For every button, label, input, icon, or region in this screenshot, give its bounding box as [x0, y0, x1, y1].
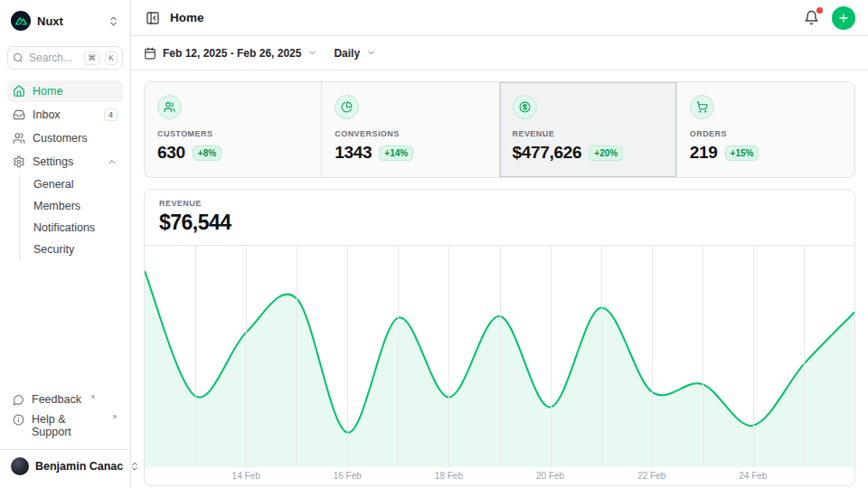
chart-gridline — [551, 246, 552, 467]
sidebar-item-general[interactable]: General — [30, 174, 123, 194]
avatar — [11, 457, 29, 475]
settings-subnav: General Members Notifications Security — [19, 174, 123, 259]
chart-gridline — [398, 246, 399, 467]
arrow-up-right-icon — [90, 394, 96, 400]
sidebar-subitem-label: Notifications — [33, 221, 95, 234]
sidebar-item-label: Home — [33, 85, 62, 98]
nuxt-logo-icon — [11, 11, 31, 31]
chevron-down-icon — [307, 48, 317, 58]
calendar-icon — [144, 47, 156, 60]
sidebar-item-inbox[interactable]: Inbox 4 — [7, 104, 123, 126]
main-panel: Home Feb 12, 2 — [131, 0, 868, 488]
stat-value: 219 — [690, 143, 718, 163]
help-support-link[interactable]: Help & Support — [7, 409, 123, 442]
stat-card-conversions[interactable]: CONVERSIONS 1343 +14% — [322, 82, 499, 177]
sidebar: Nuxt Search... ⌘ K Home — [0, 0, 131, 488]
interval-label: Daily — [334, 47, 360, 60]
sidebar-item-settings[interactable]: Settings — [7, 151, 123, 173]
chevrons-up-down-icon — [108, 15, 119, 27]
search-input[interactable]: Search... ⌘ K — [7, 46, 123, 70]
user-menu[interactable]: Benjamin Canac — [0, 449, 130, 484]
cart-icon — [690, 95, 714, 119]
chat-bubble-icon — [13, 394, 24, 406]
workspace-selector[interactable]: Nuxt — [7, 9, 123, 33]
chart-gridline — [448, 246, 449, 467]
sidebar-item-customers[interactable]: Customers — [7, 127, 123, 149]
x-axis-tick-label: 24 Feb — [739, 471, 767, 481]
chart-gridline — [652, 246, 653, 467]
sidebar-subitem-label: General — [33, 178, 73, 191]
sidebar-item-label: Customers — [33, 132, 87, 145]
chart-gridline — [601, 246, 602, 467]
collapse-sidebar-button[interactable] — [144, 9, 162, 27]
user-name: Benjamin Canac — [35, 460, 123, 473]
feedback-link[interactable]: Feedback — [7, 389, 123, 409]
chart-gridline — [297, 246, 297, 467]
panel-left-close-icon — [146, 11, 160, 25]
sidebar-item-notifications[interactable]: Notifications — [30, 218, 123, 238]
stat-value: $477,626 — [513, 143, 582, 163]
date-range-picker[interactable]: Feb 12, 2025 - Feb 26, 2025 — [144, 47, 317, 60]
home-icon — [13, 85, 25, 98]
search-placeholder: Search... — [29, 52, 79, 64]
stat-delta-badge: +14% — [379, 145, 413, 161]
sidebar-item-members[interactable]: Members — [30, 196, 123, 216]
chart-gridline — [195, 246, 196, 467]
notifications-button[interactable] — [802, 8, 821, 27]
sidebar-nav: Home Inbox 4 Customers Settings — [7, 80, 123, 261]
x-axis-tick-label: 18 Feb — [435, 471, 463, 481]
stat-value: 630 — [157, 143, 185, 163]
stat-card-orders[interactable]: ORDERS 219 +15% — [677, 82, 854, 177]
x-axis-tick-label: 22 Feb — [637, 471, 665, 481]
feedback-label: Feedback — [32, 393, 81, 406]
gear-icon — [13, 155, 25, 168]
add-button[interactable] — [832, 6, 855, 30]
chart-gridline — [804, 246, 805, 467]
info-circle-icon — [13, 414, 24, 426]
chart-gridline — [246, 246, 247, 467]
workspace-name: Nuxt — [37, 14, 101, 28]
filters-toolbar: Feb 12, 2025 - Feb 26, 2025 Daily — [131, 36, 868, 70]
kbd-meta: ⌘ — [84, 52, 99, 65]
stat-delta-badge: +20% — [589, 145, 623, 161]
users-icon — [157, 95, 182, 119]
sidebar-item-home[interactable]: Home — [7, 80, 123, 102]
stat-card-revenue[interactable]: REVENUE $477,626 +20% — [500, 82, 677, 177]
inbox-icon — [13, 108, 25, 121]
chart-gridline — [703, 246, 703, 467]
x-axis-tick-label: 16 Feb — [334, 471, 362, 481]
x-axis-tick-label: 20 Feb — [536, 471, 564, 481]
chart-gridline — [347, 246, 348, 467]
chart-header: REVENUE $76,544 — [145, 190, 854, 246]
date-range-label: Feb 12, 2025 - Feb 26, 2025 — [163, 47, 301, 60]
plus-icon — [837, 12, 850, 24]
chart-gridline — [500, 246, 501, 467]
inbox-count-badge: 4 — [104, 108, 118, 121]
stat-label: CONVERSIONS — [335, 129, 486, 138]
revenue-chart-card: REVENUE $76,544 14 Feb16 Feb18 Feb20 Feb… — [144, 189, 855, 486]
sidebar-item-label: Settings — [33, 155, 73, 168]
dashboard-content: CUSTOMERS 630 +8% CONVERSIONS 1343 +14% — [131, 70, 868, 488]
page-title: Home — [170, 11, 204, 24]
sidebar-footer: Feedback Help & Support Benjamin Canac — [7, 389, 123, 488]
interval-select[interactable]: Daily — [334, 47, 376, 60]
notification-dot — [816, 7, 823, 14]
chart-metric-label: REVENUE — [159, 199, 840, 208]
sidebar-item-security[interactable]: Security — [30, 239, 123, 259]
topbar-actions — [802, 6, 855, 30]
stat-label: ORDERS — [690, 129, 842, 138]
chart-metric-value: $76,544 — [159, 211, 840, 235]
stat-delta-badge: +8% — [193, 145, 222, 161]
x-axis-tick-label: 14 Feb — [232, 471, 260, 481]
stat-label: CUSTOMERS — [157, 129, 308, 138]
sidebar-subitem-label: Security — [33, 243, 74, 256]
stat-label: REVENUE — [513, 129, 664, 138]
stat-card-customers[interactable]: CUSTOMERS 630 +8% — [145, 82, 322, 177]
chart-gridline — [753, 246, 754, 467]
help-support-label: Help & Support — [32, 413, 103, 438]
chart-plot-zone: 14 Feb16 Feb18 Feb20 Feb22 Feb24 Feb — [145, 246, 854, 485]
search-icon — [13, 52, 24, 63]
chevron-up-icon — [107, 156, 118, 167]
topbar: Home — [131, 0, 868, 36]
chart-pie-icon — [335, 95, 359, 119]
